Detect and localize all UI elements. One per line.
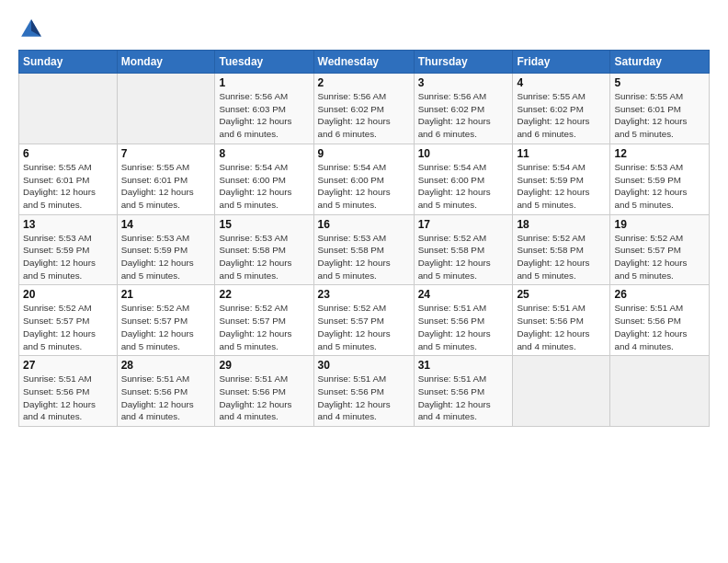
day-detail: Sunrise: 5:56 AM Sunset: 6:03 PM Dayligh…: [219, 90, 309, 141]
calendar-cell: 22Sunrise: 5:52 AM Sunset: 5:57 PM Dayli…: [215, 285, 313, 356]
calendar-week-2: 6Sunrise: 5:55 AM Sunset: 6:01 PM Daylig…: [19, 144, 710, 214]
day-number: 24: [418, 288, 509, 301]
day-number: 4: [517, 76, 606, 89]
day-detail: Sunrise: 5:54 AM Sunset: 6:00 PM Dayligh…: [318, 161, 410, 212]
day-header-thursday: Thursday: [414, 51, 513, 74]
day-number: 22: [219, 288, 309, 301]
day-header-sunday: Sunday: [19, 51, 118, 74]
calendar-cell: [19, 74, 118, 144]
calendar-cell: 7Sunrise: 5:55 AM Sunset: 6:01 PM Daylig…: [117, 144, 215, 214]
day-number: 2: [318, 76, 410, 89]
day-number: 8: [219, 147, 309, 160]
day-number: 28: [121, 359, 211, 372]
calendar-week-1: 1Sunrise: 5:56 AM Sunset: 6:03 PM Daylig…: [19, 74, 710, 144]
calendar-cell: 27Sunrise: 5:51 AM Sunset: 5:56 PM Dayli…: [19, 356, 118, 427]
day-number: 7: [121, 147, 211, 160]
day-detail: Sunrise: 5:52 AM Sunset: 5:57 PM Dayligh…: [318, 302, 410, 352]
calendar-cell: 4Sunrise: 5:55 AM Sunset: 6:02 PM Daylig…: [513, 74, 610, 144]
day-detail: Sunrise: 5:51 AM Sunset: 5:56 PM Dayligh…: [517, 302, 606, 352]
day-detail: Sunrise: 5:56 AM Sunset: 6:02 PM Dayligh…: [318, 90, 410, 141]
day-header-friday: Friday: [513, 51, 610, 74]
day-number: 3: [418, 76, 509, 89]
calendar-cell: 26Sunrise: 5:51 AM Sunset: 5:56 PM Dayli…: [610, 285, 710, 356]
logo: [18, 17, 48, 42]
day-detail: Sunrise: 5:52 AM Sunset: 5:57 PM Dayligh…: [219, 302, 309, 352]
day-header-tuesday: Tuesday: [215, 51, 313, 74]
day-detail: Sunrise: 5:55 AM Sunset: 6:01 PM Dayligh…: [23, 161, 113, 212]
day-number: 14: [121, 218, 211, 231]
day-header-wednesday: Wednesday: [313, 51, 414, 74]
calendar-header-row: SundayMondayTuesdayWednesdayThursdayFrid…: [19, 51, 710, 74]
day-detail: Sunrise: 5:51 AM Sunset: 5:56 PM Dayligh…: [219, 373, 309, 423]
day-number: 20: [23, 288, 113, 301]
calendar-cell: [117, 74, 215, 144]
day-number: 30: [318, 359, 410, 372]
calendar-cell: [610, 356, 710, 427]
calendar-table: SundayMondayTuesdayWednesdayThursdayFrid…: [18, 50, 710, 427]
day-detail: Sunrise: 5:52 AM Sunset: 5:57 PM Dayligh…: [121, 302, 211, 352]
day-detail: Sunrise: 5:55 AM Sunset: 6:02 PM Dayligh…: [517, 90, 606, 141]
day-header-monday: Monday: [117, 51, 215, 74]
day-detail: Sunrise: 5:55 AM Sunset: 6:01 PM Dayligh…: [614, 90, 705, 141]
calendar-cell: 29Sunrise: 5:51 AM Sunset: 5:56 PM Dayli…: [215, 356, 313, 427]
calendar-cell: 12Sunrise: 5:53 AM Sunset: 5:59 PM Dayli…: [610, 144, 710, 214]
day-detail: Sunrise: 5:56 AM Sunset: 6:02 PM Dayligh…: [418, 90, 509, 141]
day-number: 6: [23, 147, 113, 160]
day-detail: Sunrise: 5:53 AM Sunset: 5:59 PM Dayligh…: [23, 232, 113, 282]
calendar-cell: 2Sunrise: 5:56 AM Sunset: 6:02 PM Daylig…: [313, 74, 414, 144]
day-number: 19: [614, 218, 705, 231]
day-number: 25: [517, 288, 606, 301]
day-header-saturday: Saturday: [610, 51, 710, 74]
day-detail: Sunrise: 5:51 AM Sunset: 5:56 PM Dayligh…: [614, 302, 705, 352]
calendar-cell: 14Sunrise: 5:53 AM Sunset: 5:59 PM Dayli…: [117, 214, 215, 285]
calendar-cell: 10Sunrise: 5:54 AM Sunset: 6:00 PM Dayli…: [414, 144, 513, 214]
day-detail: Sunrise: 5:55 AM Sunset: 6:01 PM Dayligh…: [121, 161, 211, 212]
calendar-cell: 3Sunrise: 5:56 AM Sunset: 6:02 PM Daylig…: [414, 74, 513, 144]
day-number: 27: [23, 359, 113, 372]
day-detail: Sunrise: 5:51 AM Sunset: 5:56 PM Dayligh…: [318, 373, 410, 423]
calendar-cell: 25Sunrise: 5:51 AM Sunset: 5:56 PM Dayli…: [513, 285, 610, 356]
calendar-cell: 1Sunrise: 5:56 AM Sunset: 6:03 PM Daylig…: [215, 74, 313, 144]
day-number: 26: [614, 288, 705, 301]
day-detail: Sunrise: 5:51 AM Sunset: 5:56 PM Dayligh…: [418, 373, 509, 423]
day-detail: Sunrise: 5:53 AM Sunset: 5:59 PM Dayligh…: [121, 232, 211, 282]
calendar-cell: 15Sunrise: 5:53 AM Sunset: 5:58 PM Dayli…: [215, 214, 313, 285]
day-detail: Sunrise: 5:51 AM Sunset: 5:56 PM Dayligh…: [23, 373, 113, 423]
calendar-cell: 11Sunrise: 5:54 AM Sunset: 5:59 PM Dayli…: [513, 144, 610, 214]
day-number: 31: [418, 359, 509, 372]
calendar-cell: 21Sunrise: 5:52 AM Sunset: 5:57 PM Dayli…: [117, 285, 215, 356]
calendar-cell: 13Sunrise: 5:53 AM Sunset: 5:59 PM Dayli…: [19, 214, 118, 285]
day-detail: Sunrise: 5:51 AM Sunset: 5:56 PM Dayligh…: [418, 302, 509, 352]
day-number: 21: [121, 288, 211, 301]
calendar-cell: 8Sunrise: 5:54 AM Sunset: 6:00 PM Daylig…: [215, 144, 313, 214]
day-detail: Sunrise: 5:54 AM Sunset: 6:00 PM Dayligh…: [219, 161, 309, 212]
header: [18, 17, 710, 42]
calendar-cell: 20Sunrise: 5:52 AM Sunset: 5:57 PM Dayli…: [19, 285, 118, 356]
day-detail: Sunrise: 5:52 AM Sunset: 5:58 PM Dayligh…: [517, 232, 606, 282]
page: SundayMondayTuesdayWednesdayThursdayFrid…: [0, 0, 728, 436]
day-number: 18: [517, 218, 606, 231]
calendar-cell: 30Sunrise: 5:51 AM Sunset: 5:56 PM Dayli…: [313, 356, 414, 427]
calendar-week-4: 20Sunrise: 5:52 AM Sunset: 5:57 PM Dayli…: [19, 285, 710, 356]
calendar-cell: 17Sunrise: 5:52 AM Sunset: 5:58 PM Dayli…: [414, 214, 513, 285]
logo-icon: [18, 17, 44, 42]
calendar-cell: 16Sunrise: 5:53 AM Sunset: 5:58 PM Dayli…: [313, 214, 414, 285]
day-number: 15: [219, 218, 309, 231]
calendar-cell: 18Sunrise: 5:52 AM Sunset: 5:58 PM Dayli…: [513, 214, 610, 285]
day-number: 11: [517, 147, 606, 160]
day-detail: Sunrise: 5:51 AM Sunset: 5:56 PM Dayligh…: [121, 373, 211, 423]
day-detail: Sunrise: 5:53 AM Sunset: 5:59 PM Dayligh…: [614, 161, 705, 212]
day-detail: Sunrise: 5:54 AM Sunset: 5:59 PM Dayligh…: [517, 161, 606, 212]
calendar-week-5: 27Sunrise: 5:51 AM Sunset: 5:56 PM Dayli…: [19, 356, 710, 427]
calendar-cell: 19Sunrise: 5:52 AM Sunset: 5:57 PM Dayli…: [610, 214, 710, 285]
calendar-cell: 24Sunrise: 5:51 AM Sunset: 5:56 PM Dayli…: [414, 285, 513, 356]
day-number: 23: [318, 288, 410, 301]
calendar-cell: 9Sunrise: 5:54 AM Sunset: 6:00 PM Daylig…: [313, 144, 414, 214]
day-detail: Sunrise: 5:52 AM Sunset: 5:58 PM Dayligh…: [418, 232, 509, 282]
calendar-week-3: 13Sunrise: 5:53 AM Sunset: 5:59 PM Dayli…: [19, 214, 710, 285]
calendar-cell: 5Sunrise: 5:55 AM Sunset: 6:01 PM Daylig…: [610, 74, 710, 144]
day-number: 29: [219, 359, 309, 372]
day-detail: Sunrise: 5:53 AM Sunset: 5:58 PM Dayligh…: [219, 232, 309, 282]
calendar-cell: [513, 356, 610, 427]
calendar-cell: 31Sunrise: 5:51 AM Sunset: 5:56 PM Dayli…: [414, 356, 513, 427]
